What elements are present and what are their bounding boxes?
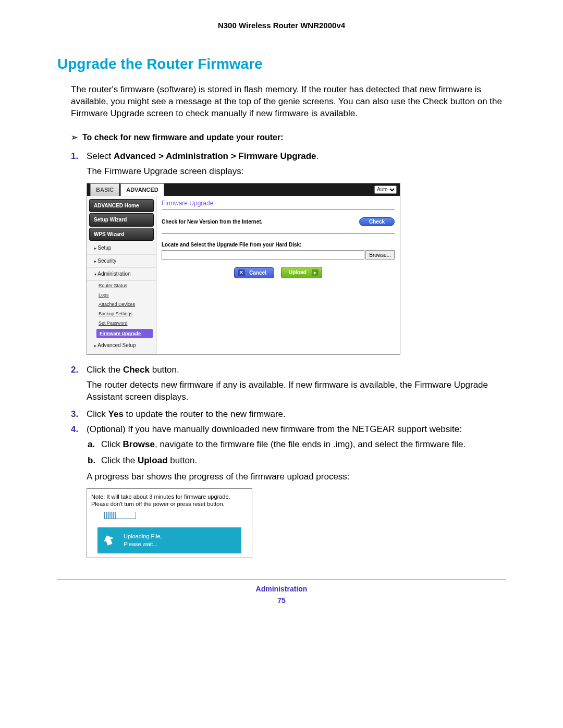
check-button[interactable]: Check — [359, 217, 395, 226]
step-2-text-a: Click the — [87, 365, 123, 375]
uploading-banner: Uploading File, Please wait... — [97, 527, 241, 553]
step-4-subtext: A progress bar shows the progress of the… — [87, 471, 506, 483]
tab-advanced[interactable]: ADVANCED — [120, 183, 164, 196]
svg-marker-0 — [104, 534, 116, 547]
browse-button[interactable]: Browse... — [365, 250, 395, 260]
step-3: 3. Click Yes to update the router to the… — [87, 409, 506, 421]
step-4a: a. Click Browse, navigate to the firmwar… — [101, 439, 506, 451]
step-number: 4. — [71, 424, 78, 436]
substep-letter: b. — [88, 455, 95, 467]
progress-bar-fill — [104, 512, 117, 519]
panel-divider-2 — [162, 233, 395, 234]
language-select[interactable]: Auto — [374, 186, 397, 194]
step-number: 3. — [71, 409, 78, 421]
progress-note: Note: It will take about 3 minutes for f… — [91, 493, 248, 508]
arrow-right-icon: ▸ — [312, 269, 319, 276]
step-4b-text-c: button. — [168, 455, 198, 465]
sidebar-firmware-upgrade[interactable]: Firmware Upgrade — [96, 329, 153, 338]
progress-bar — [104, 512, 136, 519]
sidebar-advanced-setup[interactable]: Advanced Setup — [87, 339, 156, 352]
upload-button-label: Upload — [289, 269, 307, 276]
panel-divider — [162, 209, 395, 210]
cancel-button-label: Cancel — [249, 269, 266, 277]
step-4: 4. (Optional) If you have manually downl… — [87, 424, 506, 558]
tab-basic[interactable]: BASIC — [90, 183, 119, 196]
locate-file-label: Locate and Select the Upgrade File from … — [162, 241, 395, 249]
step-1-subtext: The Firmware Upgrade screen displays: — [87, 166, 506, 178]
intro-paragraph: The router's firmware (software) is stor… — [71, 84, 506, 120]
screenshot-sidebar: ADVANCED Home Setup Wizard WPS Wizard Se… — [87, 196, 156, 355]
close-icon: ✕ — [238, 269, 245, 276]
step-2: 2. Click the Check button. The router de… — [87, 364, 506, 403]
page-footer: Administration 75 — [57, 579, 506, 604]
upload-icon — [104, 533, 118, 548]
language-selector[interactable]: Auto — [374, 186, 397, 194]
triangle-bullet-icon: ➢ — [71, 132, 82, 142]
sidebar-wps-wizard[interactable]: WPS Wizard — [89, 228, 154, 241]
procedure-header-text: To check for new firmware and update you… — [82, 133, 284, 142]
step-3-bold: Yes — [108, 409, 124, 419]
banner-line2: Please wait... — [124, 540, 162, 548]
step-2-bold: Check — [123, 365, 150, 375]
sidebar-administration[interactable]: Administration — [87, 268, 156, 281]
banner-line1: Uploading File, — [124, 533, 162, 540]
product-header: N300 Wireless Router WNR2000v4 — [57, 21, 506, 30]
sidebar-backup-settings[interactable]: Backup Settings — [87, 309, 156, 318]
step-4a-text-a: Click — [101, 439, 123, 449]
sidebar-security[interactable]: Security — [87, 255, 156, 268]
step-1-text-a: Select — [87, 151, 114, 161]
step-number: 2. — [71, 364, 78, 376]
sidebar-logs[interactable]: Logs — [87, 290, 156, 300]
step-1-bold: Advanced > Administration > Firmware Upg… — [114, 151, 316, 161]
step-3-text-c: to update the router to the new firmware… — [124, 409, 286, 419]
sidebar-advanced-home[interactable]: ADVANCED Home — [89, 199, 154, 213]
progress-screenshot: Note: It will take about 3 minutes for f… — [87, 488, 252, 558]
section-title: Upgrade the Router Firmware — [57, 56, 506, 72]
footer-page-number: 75 — [57, 596, 506, 604]
step-4b-bold: Upload — [138, 455, 168, 465]
substep-letter: a. — [88, 439, 95, 451]
sidebar-setup-wizard[interactable]: Setup Wizard — [89, 213, 154, 227]
sidebar-router-status[interactable]: Router Status — [87, 281, 156, 290]
firmware-upgrade-screenshot: BASIC ADVANCED Auto ADVANCED Home Setup … — [87, 183, 400, 355]
step-3-text-a: Click — [87, 409, 108, 419]
footer-section-name: Administration — [57, 585, 506, 593]
sidebar-set-password[interactable]: Set Password — [87, 318, 156, 328]
step-4-text: (Optional) If you have manually download… — [87, 424, 506, 436]
file-path-input[interactable] — [162, 250, 364, 260]
cancel-button[interactable]: ✕Cancel — [234, 267, 274, 279]
panel-title: Firmware Upgrade — [162, 199, 395, 207]
step-4a-text-c: , navigate to the firmware file (the fil… — [155, 439, 466, 449]
step-number: 1. — [71, 151, 78, 163]
step-2-text-c: button. — [150, 365, 179, 375]
step-1-text-c: . — [316, 151, 319, 161]
step-1: 1. Select Advanced > Administration > Fi… — [87, 151, 506, 355]
screenshot-topbar: BASIC ADVANCED Auto — [87, 183, 400, 196]
screenshot-main-panel: Firmware Upgrade Check for New Version f… — [156, 196, 400, 355]
step-4b: b. Click the Upload button. — [101, 455, 506, 467]
step-2-subtext: The router detects new firmware if any i… — [87, 379, 506, 403]
step-4a-bold: Browse — [123, 439, 155, 449]
upload-button[interactable]: Upload▸ — [281, 267, 322, 278]
sidebar-setup[interactable]: Setup — [87, 242, 156, 255]
step-4b-text-a: Click the — [101, 455, 138, 465]
check-version-label: Check for New Version from the Internet. — [162, 218, 359, 226]
sidebar-attached-devices[interactable]: Attached Devices — [87, 300, 156, 309]
procedure-header: ➢To check for new firmware and update yo… — [71, 132, 506, 142]
